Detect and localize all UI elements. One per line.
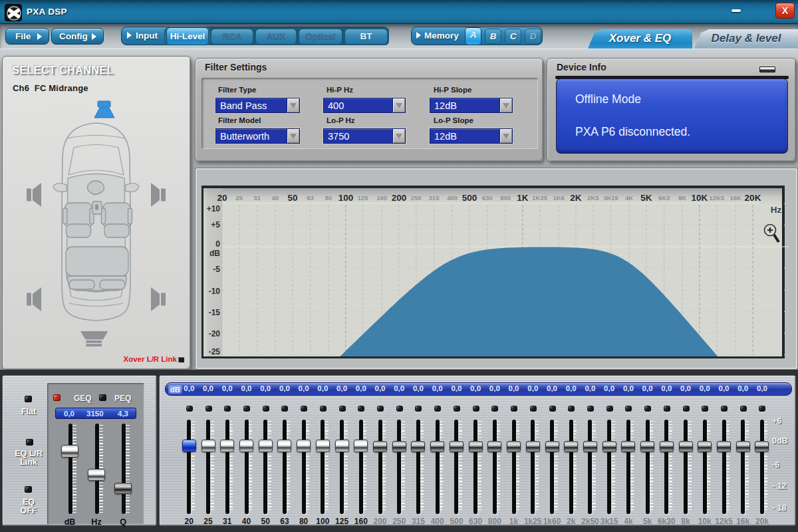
svg-text:25: 25 [236,194,243,201]
svg-text:16K: 16K [730,194,741,201]
svg-text:0: 0 [215,239,220,249]
svg-text:20: 20 [217,193,227,203]
svg-text:63: 63 [307,194,314,201]
svg-text:315: 315 [429,194,440,201]
svg-text:80: 80 [325,194,332,201]
svg-text:200: 200 [392,193,407,203]
svg-text:-25: -25 [209,347,221,356]
svg-text:160: 160 [376,194,387,201]
svg-text:1K: 1K [517,193,529,203]
svg-text:500: 500 [462,193,477,203]
svg-text:12K5: 12K5 [709,194,724,201]
svg-text:1K6: 1K6 [553,194,564,201]
svg-text:dB: dB [209,249,220,258]
svg-text:3K15: 3K15 [603,194,618,201]
svg-text:-10: -10 [209,287,221,296]
svg-text:5K: 5K [640,193,652,203]
svg-text:20K: 20K [745,193,761,203]
svg-text:-15: -15 [209,308,221,317]
svg-text:6K3: 6K3 [658,194,670,201]
svg-text:Hz: Hz [771,205,782,215]
svg-text:800: 800 [500,194,511,201]
svg-text:2K5: 2K5 [587,194,599,201]
svg-text:31: 31 [253,194,261,201]
svg-text:100: 100 [338,193,354,203]
svg-text:-20: -20 [209,329,221,338]
svg-text:50: 50 [287,193,297,203]
svg-text:10K: 10K [692,193,708,203]
svg-text:+10: +10 [207,204,221,213]
svg-text:4K: 4K [625,194,633,201]
svg-text:8K: 8K [678,194,686,201]
svg-text:2K: 2K [570,193,582,203]
svg-text:+5: +5 [211,220,220,229]
svg-text:1K25: 1K25 [532,194,547,201]
svg-text:400: 400 [447,194,458,201]
svg-text:630: 630 [482,194,493,201]
svg-text:125: 125 [358,194,369,201]
svg-text:-5: -5 [213,265,220,274]
svg-text:250: 250 [411,194,422,201]
svg-text:40: 40 [272,194,279,201]
